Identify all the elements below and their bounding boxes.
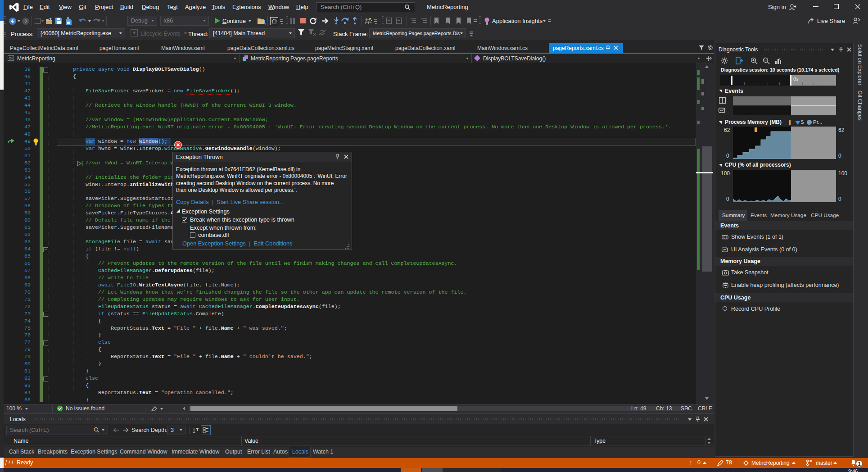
svg-text:?: ? — [778, 57, 781, 61]
